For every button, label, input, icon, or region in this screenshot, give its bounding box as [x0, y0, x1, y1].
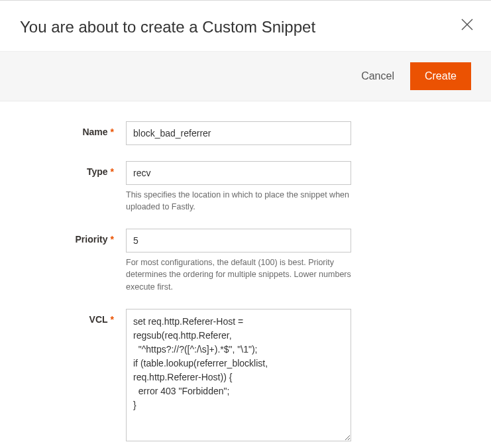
create-button[interactable]: Create — [410, 62, 471, 90]
type-label: Type* — [20, 161, 126, 177]
priority-input[interactable] — [126, 229, 351, 252]
type-hint: This specifies the location in which to … — [126, 189, 351, 213]
label-text: Type — [87, 166, 108, 177]
priority-hint: For most configurations, the default (10… — [126, 256, 351, 292]
dialog-title: You are about to create a Custom Snippet — [20, 18, 471, 36]
required-mark: * — [111, 166, 114, 177]
field-row-vcl: VCL* — [20, 309, 451, 444]
field-row-priority: Priority* For most configurations, the d… — [20, 229, 451, 292]
type-input[interactable] — [126, 161, 351, 185]
name-input[interactable] — [126, 121, 351, 145]
dialog-header: You are about to create a Custom Snippet — [0, 1, 491, 52]
cancel-button[interactable]: Cancel — [361, 70, 394, 82]
label-text: VCL — [89, 314, 108, 325]
field-row-name: Name* — [20, 121, 451, 145]
create-snippet-dialog: You are about to create a Custom Snippet… — [0, 0, 491, 448]
dialog-toolbar: Cancel Create — [0, 52, 491, 101]
label-text: Name — [82, 127, 107, 137]
vcl-textarea[interactable] — [126, 309, 351, 441]
priority-label: Priority* — [20, 229, 126, 245]
required-mark: * — [111, 127, 114, 137]
required-mark: * — [111, 314, 114, 325]
name-label: Name* — [20, 121, 126, 137]
close-icon — [461, 18, 474, 31]
field-row-type: Type* This specifies the location in whi… — [20, 161, 451, 213]
vcl-label: VCL* — [20, 309, 126, 325]
label-text: Priority — [76, 234, 108, 245]
form: Name* Type* This specifies the location … — [0, 101, 491, 448]
required-mark: * — [111, 234, 114, 245]
close-button[interactable] — [458, 15, 476, 34]
